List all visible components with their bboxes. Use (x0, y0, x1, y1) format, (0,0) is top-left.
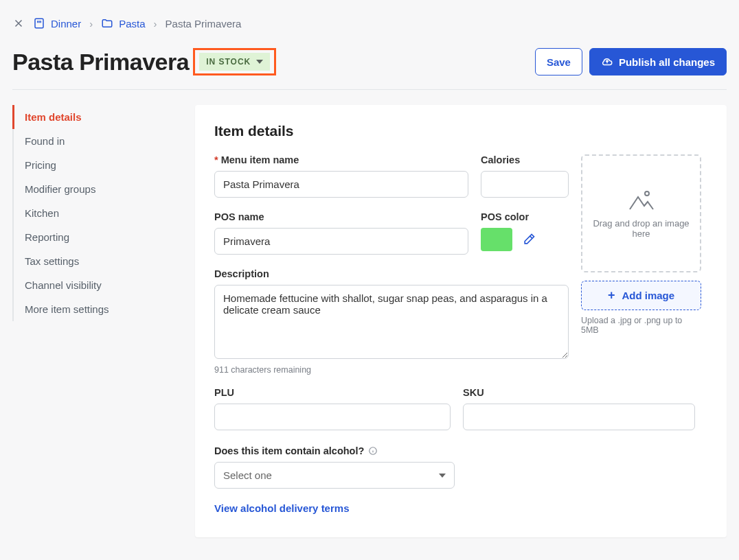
publish-button[interactable]: Publish all changes (589, 48, 727, 75)
publish-label: Publish all changes (619, 56, 715, 68)
stock-status-label: IN STOCK (206, 57, 251, 67)
calories-input[interactable] (481, 171, 569, 198)
breadcrumb: Dinner › Pasta › Pasta Primavera (12, 11, 727, 36)
sidenav-tax-settings[interactable]: Tax settings (14, 249, 180, 273)
info-icon[interactable] (368, 446, 378, 456)
sidenav-reporting[interactable]: Reporting (14, 225, 180, 249)
pos-color-label: POS color (481, 211, 569, 222)
close-icon[interactable] (12, 17, 25, 30)
menu-icon (33, 17, 45, 30)
breadcrumb-category[interactable]: Pasta (101, 17, 145, 30)
stock-status-dropdown[interactable]: IN STOCK (199, 53, 270, 71)
sidenav-found-in[interactable]: Found in (14, 129, 180, 153)
add-image-button[interactable]: + Add image (581, 281, 701, 310)
plus-icon: + (608, 288, 615, 303)
sku-label: SKU (463, 387, 695, 398)
sidenav-modifier-groups[interactable]: Modifier groups (14, 177, 180, 201)
image-placeholder-icon (628, 188, 655, 211)
breadcrumb-menu-label: Dinner (51, 18, 81, 30)
description-input[interactable] (214, 285, 569, 359)
chevron-right-icon: › (154, 18, 157, 30)
caret-down-icon (439, 474, 446, 478)
sidenav-channel-visibility[interactable]: Channel visibility (14, 273, 180, 297)
item-details-panel: Item details *Menu item name Calories Dr… (195, 105, 727, 537)
sidenav-pricing[interactable]: Pricing (14, 153, 180, 177)
sidenav: Item details Found in Pricing Modifier g… (12, 105, 180, 321)
add-image-label: Add image (622, 290, 674, 301)
cloud-upload-icon (601, 56, 613, 68)
description-label: Description (214, 268, 569, 279)
pos-color-swatch[interactable] (481, 228, 512, 251)
dropzone-text: Drag and drop an image here (592, 218, 690, 239)
folder-icon (101, 17, 113, 30)
description-remaining: 911 characters remaining (214, 365, 569, 375)
breadcrumb-category-label: Pasta (119, 18, 145, 30)
sidenav-kitchen[interactable]: Kitchen (14, 201, 180, 225)
alcohol-select[interactable]: Select one (214, 462, 455, 489)
pos-name-input[interactable] (214, 228, 468, 255)
menu-item-name-label: *Menu item name (214, 154, 468, 165)
calories-label: Calories (481, 154, 569, 165)
eyedropper-icon[interactable] (522, 233, 536, 246)
alcohol-select-placeholder: Select one (223, 469, 272, 481)
save-button[interactable]: Save (535, 48, 582, 75)
sku-input[interactable] (463, 404, 695, 430)
svg-point-1 (645, 191, 649, 196)
pos-name-label: POS name (214, 211, 468, 222)
caret-down-icon (256, 60, 263, 64)
alcohol-terms-link[interactable]: View alcohol delivery terms (214, 502, 349, 514)
sidenav-more-settings[interactable]: More item settings (14, 297, 180, 321)
alcohol-label: Does this item contain alcohol? (214, 445, 364, 456)
svg-rect-0 (35, 19, 43, 28)
plu-input[interactable] (214, 404, 451, 430)
image-dropzone[interactable]: Drag and drop an image here (581, 154, 701, 272)
plu-label: PLU (214, 387, 451, 398)
breadcrumb-current: Pasta Primavera (166, 18, 242, 30)
upload-hint: Upload a .jpg or .png up to 5MB (581, 316, 701, 335)
menu-item-name-input[interactable] (214, 171, 468, 198)
page-title: Pasta Primavera (12, 49, 189, 75)
panel-heading: Item details (214, 123, 707, 139)
breadcrumb-menu[interactable]: Dinner (33, 17, 81, 30)
chevron-right-icon: › (89, 18, 93, 30)
sidenav-item-details[interactable]: Item details (12, 105, 180, 129)
stock-highlight: IN STOCK (193, 48, 276, 75)
